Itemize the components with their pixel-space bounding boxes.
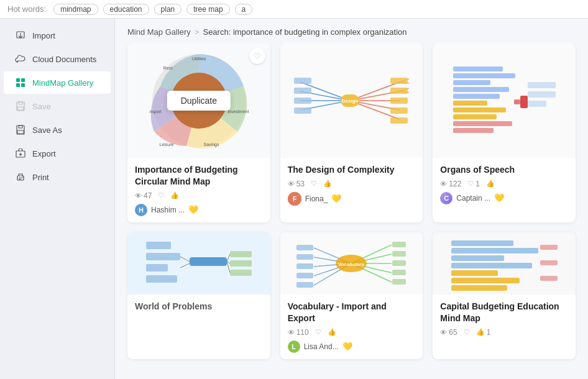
card-design-complexity[interactable]: Design [280, 43, 423, 222]
svg-line-75 [180, 263, 190, 268]
content-area: Mind Map Gallery > Search: importance of… [115, 19, 588, 379]
svg-rect-4 [16, 83, 20, 87]
thumb-icon: 👍 [170, 191, 179, 199]
svg-rect-54 [453, 66, 503, 71]
svg-rect-61 [453, 114, 497, 119]
thumb-count-organs: 👍 [486, 180, 495, 188]
svg-rect-45 [390, 98, 408, 104]
like-count-organs: ♡ 1 [467, 180, 480, 188]
card-title-world: World of Problems [135, 301, 263, 313]
card-thumbnail-complexity: Design [280, 43, 423, 158]
thumb-icon-c: 👍 [323, 180, 332, 188]
svg-rect-3 [21, 78, 25, 82]
svg-rect-107 [451, 263, 532, 268]
card-title-importance: Importance of Budgeting Circular Mind Ma… [135, 164, 263, 188]
thumb-icon-v: 👍 [328, 328, 336, 336]
svg-rect-102 [392, 270, 406, 275]
card-thumbnail-capital [433, 232, 576, 295]
svg-rect-6 [17, 102, 24, 111]
svg-rect-49 [294, 88, 311, 94]
card-title-vocabulary: Vocabulary - Import and Export [288, 301, 416, 324]
sidebar-item-export[interactable]: Export [4, 142, 111, 165]
tag-more[interactable]: a [235, 4, 253, 15]
svg-rect-51 [294, 107, 311, 114]
svg-rect-110 [451, 285, 507, 291]
svg-rect-60 [453, 107, 506, 112]
svg-rect-9 [17, 126, 24, 134]
thumb-count-vocabulary: 👍 [328, 328, 336, 336]
card-info-capital: Capital Budgeting Education Mind Map 👁 6… [433, 295, 576, 343]
import-icon [15, 30, 26, 41]
card-info-complexity: The Design of Complexity 👁 53 ♡ 👍 [280, 158, 423, 212]
sidebar-item-gallery[interactable]: MindMap Gallery [4, 71, 111, 94]
svg-rect-7 [19, 102, 22, 104]
sidebar-item-save-as[interactable]: Save As [4, 119, 111, 141]
card-vocabulary[interactable]: Vocabulary [280, 232, 423, 359]
sidebar-item-save[interactable]: Save [4, 95, 111, 117]
view-count-organs: 👁 122 [440, 180, 461, 188]
svg-rect-111 [540, 245, 558, 250]
svg-rect-67 [520, 96, 528, 108]
svg-line-79 [227, 254, 230, 262]
sidebar-item-print[interactable]: Print [4, 166, 111, 188]
breadcrumb-parent[interactable]: Mind Map Gallery [127, 27, 191, 37]
top-bar: Hot words: mindmap education plan tree m… [0, 0, 588, 19]
svg-text:Leisure: Leisure [159, 142, 173, 147]
svg-rect-94 [296, 245, 313, 250]
card-world-problems[interactable]: World of Problems [127, 232, 270, 359]
card-thumbnail-vocabulary: Vocabulary [280, 232, 423, 295]
sidebar-label-export: Export [32, 149, 56, 158]
heart-button-importance[interactable]: ♡ [249, 48, 265, 64]
thumb-count-complexity: 👍 [323, 180, 332, 188]
svg-rect-104 [451, 240, 513, 246]
svg-rect-11 [17, 130, 24, 134]
duplicate-button[interactable]: Duplicate [167, 91, 231, 111]
svg-rect-70 [146, 253, 180, 260]
author-avatar-importance: H [135, 204, 147, 216]
sidebar-item-import[interactable]: Import [4, 24, 111, 47]
vip-badge-vocabulary: 💛 [342, 342, 352, 351]
organs-svg [447, 63, 562, 138]
svg-rect-109 [451, 278, 520, 283]
svg-rect-113 [540, 276, 558, 281]
author-name-vocabulary: Lisa And... [304, 342, 339, 351]
author-avatar-vocabulary: L [288, 340, 300, 353]
card-author-organs: C Captain ... 💛 [440, 192, 568, 204]
svg-rect-97 [296, 273, 313, 278]
eye-icon-c: 👁 [288, 180, 295, 188]
card-stats-importance: 👁 47 ♡ 👍 [135, 191, 263, 200]
author-name-complexity: Fiona_ [305, 194, 328, 203]
author-name-organs: Captain ... [456, 194, 490, 203]
tag-treemap[interactable]: tree map [186, 4, 229, 15]
heart-icon-v: ♡ [315, 328, 321, 336]
eye-icon-v: 👁 [288, 329, 295, 336]
card-organs-speech[interactable]: Organs of Speech 👁 122 ♡ 1 👍 [433, 43, 576, 222]
svg-rect-101 [392, 260, 406, 266]
breadcrumb-current: Search: importance of budgeting in compl… [203, 27, 407, 37]
author-avatar-organs: C [440, 192, 452, 204]
svg-line-74 [180, 257, 190, 262]
card-capital-budgeting[interactable]: Capital Budgeting Education Mind Map 👁 6… [433, 232, 576, 359]
svg-rect-65 [528, 91, 556, 98]
svg-rect-64 [528, 82, 556, 88]
card-stats-capital: 👁 65 ♡ 👍 1 [440, 328, 568, 337]
svg-rect-5 [21, 83, 25, 87]
svg-rect-46 [390, 107, 408, 114]
thumb-count-capital: 👍 1 [476, 328, 491, 337]
tag-mindmap[interactable]: mindmap [53, 4, 98, 15]
tag-education[interactable]: education [103, 4, 149, 15]
card-importance-budgeting[interactable]: Utilities Investments Savings Leisure Tr… [127, 43, 270, 222]
complexity-svg: Design [294, 70, 409, 132]
svg-text:F: F [293, 196, 296, 203]
svg-text:Savings: Savings [203, 142, 219, 147]
svg-rect-55 [453, 73, 515, 78]
sidebar-label-save: Save [32, 102, 51, 111]
tag-plan[interactable]: plan [154, 4, 182, 15]
card-author-complexity: F Fiona_ 💛 [288, 192, 416, 206]
card-info-organs: Organs of Speech 👁 122 ♡ 1 👍 [433, 158, 576, 211]
view-count-capital: 👁 65 [440, 328, 457, 337]
vip-badge-complexity: 💛 [331, 194, 341, 203]
svg-rect-108 [451, 270, 498, 276]
thumb-icon-cap: 👍 [476, 328, 485, 336]
sidebar-item-cloud[interactable]: Cloud Documents [4, 48, 111, 70]
